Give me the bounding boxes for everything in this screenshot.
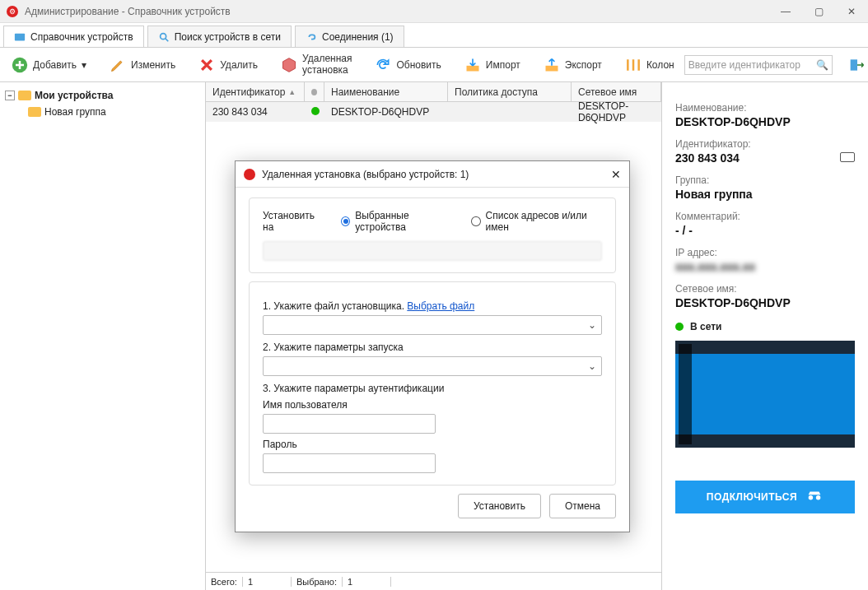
- radio-unchecked-icon: [471, 216, 480, 226]
- window-title: Администрирование - Справочник устройств: [25, 6, 231, 17]
- svg-rect-5: [545, 65, 558, 71]
- svg-point-1: [160, 33, 166, 39]
- address-list-field-disabled: [263, 241, 602, 261]
- link-icon: [306, 31, 317, 43]
- tab-connections[interactable]: Соединения (1): [295, 26, 404, 47]
- detail-netname: DESKTOP-D6QHDVP: [675, 296, 855, 309]
- chevron-down-icon: ⌄: [588, 360, 596, 372]
- sort-asc-icon: ▲: [288, 88, 296, 96]
- installer-dropdown[interactable]: ⌄: [263, 315, 602, 335]
- folder-icon: [28, 107, 41, 117]
- window-maximize[interactable]: ▢: [802, 0, 835, 23]
- keyboard-icon[interactable]: [840, 152, 855, 162]
- dialog-title: Удаленная установка (выбрано устройств: …: [262, 169, 469, 180]
- col-policy[interactable]: Политика доступа: [448, 82, 572, 101]
- collapse-icon[interactable]: −: [5, 91, 15, 100]
- radio-selected-devices[interactable]: Выбранные устройства: [341, 210, 453, 233]
- tab-search[interactable]: Поиск устройств в сети: [147, 26, 292, 47]
- window-minimize[interactable]: —: [769, 0, 802, 23]
- dialog-icon: [244, 169, 255, 180]
- add-button[interactable]: Добавить ▾: [5, 53, 93, 77]
- choose-file-link[interactable]: Выбрать файл: [407, 300, 474, 312]
- step1-label: 1. Укажите файл установщика. Выбрать фай…: [263, 300, 602, 312]
- online-status: В сети: [675, 321, 855, 332]
- import-button[interactable]: Импорт: [458, 53, 527, 77]
- dialog-titlebar: Удаленная установка (выбрано устройств: …: [236, 161, 629, 188]
- export-button[interactable]: Экспорт: [537, 53, 609, 77]
- tab-label: Поиск устройств в сети: [175, 31, 281, 43]
- detail-group: Новая группа: [675, 188, 855, 201]
- step3-label: 3. Укажите параметры аутентификации: [263, 383, 602, 394]
- search-icon: 🔍: [816, 59, 828, 71]
- dropdown-icon: ▾: [82, 59, 86, 71]
- titlebar: ⚙ Администрирование - Справочник устройс…: [0, 0, 868, 23]
- table-row[interactable]: 230 843 034 DESKTOP-D6QHDVP DESKTOP-D6QH…: [206, 102, 661, 122]
- toolbar: Добавить ▾ Изменить Удалить Удаленная ус…: [0, 48, 868, 82]
- device-tree: − Мои устройства Новая группа: [0, 82, 206, 590]
- dialog-close-button[interactable]: ✕: [611, 168, 621, 181]
- username-label: Имя пользователя: [263, 399, 602, 411]
- col-id[interactable]: Идентификатор▲: [206, 82, 305, 101]
- username-field[interactable]: [263, 414, 436, 434]
- columns-button[interactable]: Колон: [618, 53, 681, 77]
- col-netname[interactable]: Сетевое имя: [572, 82, 661, 101]
- detail-id: 230 843 034: [675, 151, 740, 165]
- connect-button[interactable]: подключиться: [675, 481, 855, 513]
- delete-button[interactable]: Удалить: [192, 53, 264, 77]
- detail-ip: xxx.xxx.xxx.xx: [675, 260, 855, 273]
- remote-install-button[interactable]: Удаленная установка: [274, 50, 358, 78]
- chevron-down-icon: ⌄: [588, 319, 596, 331]
- svg-rect-4: [466, 65, 478, 71]
- cancel-button[interactable]: Отмена: [549, 494, 616, 518]
- radio-checked-icon: [341, 216, 350, 226]
- remote-install-dialog: Удаленная установка (выбрано устройств: …: [235, 160, 630, 532]
- status-online-icon: [311, 107, 320, 115]
- password-field[interactable]: [263, 453, 436, 473]
- screen-thumbnail[interactable]: [675, 341, 855, 448]
- search-input[interactable]: Введите идентификатор 🔍: [684, 55, 833, 75]
- radio-address-list[interactable]: Список адресов и/или имен: [471, 210, 602, 233]
- directory-icon: [14, 31, 26, 43]
- grid-header: Идентификатор▲ Наименование Политика дос…: [206, 82, 661, 102]
- svg-rect-6: [850, 59, 856, 70]
- status-bar: Всего: 1 Выбрано: 1: [206, 572, 661, 590]
- search-icon: [158, 31, 170, 43]
- main-tabs: Справочник устройств Поиск устройств в с…: [0, 23, 868, 48]
- pencil-icon: [110, 57, 126, 73]
- tab-label: Справочник устройств: [30, 31, 133, 43]
- refresh-icon: [375, 57, 391, 73]
- step2-label: 2. Укажите параметры запуска: [263, 341, 602, 353]
- detail-comment: - / -: [675, 224, 855, 237]
- install-button[interactable]: Установить: [458, 494, 541, 518]
- tree-root[interactable]: − Мои устройства: [5, 87, 200, 104]
- x-icon: [198, 57, 215, 73]
- status-online-icon: [675, 323, 684, 331]
- export-icon: [544, 57, 560, 73]
- detail-name: DESKTOP-D6QHDVP: [675, 115, 855, 128]
- tree-group[interactable]: Новая группа: [5, 104, 200, 120]
- install-on-label: Установить на: [263, 210, 323, 233]
- columns-icon: [625, 57, 642, 73]
- exit-icon: [849, 57, 866, 73]
- col-status[interactable]: [305, 82, 324, 101]
- col-name[interactable]: Наименование: [324, 82, 448, 101]
- svg-line-2: [165, 38, 168, 41]
- status-icon: [311, 89, 317, 95]
- refresh-button[interactable]: Обновить: [368, 53, 447, 77]
- close-button[interactable]: Закрыть: [842, 53, 868, 77]
- import-icon: [464, 57, 481, 73]
- app-icon: ⚙: [7, 6, 18, 17]
- package-icon: [281, 57, 297, 73]
- password-label: Пароль: [263, 439, 602, 450]
- tab-label: Соединения (1): [322, 31, 394, 43]
- anonymous-icon: [805, 487, 824, 508]
- folder-icon: [18, 91, 31, 100]
- window-close[interactable]: ✕: [835, 0, 868, 23]
- plus-icon: [12, 57, 28, 73]
- search-placeholder: Введите идентификатор: [688, 59, 816, 71]
- details-panel: Наименование: DESKTOP-D6QHDVP Идентифика…: [662, 82, 868, 590]
- svg-rect-0: [15, 33, 25, 40]
- edit-button[interactable]: Изменить: [103, 53, 182, 77]
- tab-directory[interactable]: Справочник устройств: [3, 26, 144, 47]
- params-dropdown[interactable]: ⌄: [263, 356, 602, 376]
